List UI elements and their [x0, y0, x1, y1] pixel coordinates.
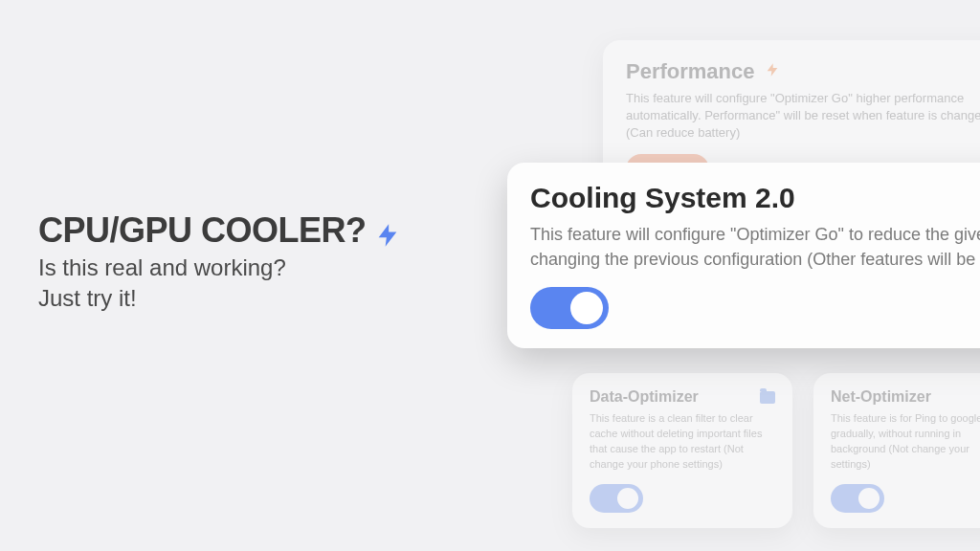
toggle-knob	[858, 488, 880, 509]
card-cooling: Cooling System 2.0 This feature will con…	[507, 163, 980, 348]
performance-title-row: Performance	[626, 59, 980, 84]
card-net-optimizer: Net-Optimizer This feature is for Ping t…	[813, 373, 980, 528]
folder-icon	[760, 391, 775, 404]
net-optimizer-desc: This feature is for Ping to google gradu…	[831, 411, 980, 473]
toggle-knob	[570, 292, 603, 324]
cooling-toggle[interactable]	[530, 287, 609, 329]
data-optimizer-toggle[interactable]	[590, 484, 643, 513]
hero-headline: CPU/GPU COOLER?	[38, 210, 401, 251]
hero-subline-2: Just try it!	[38, 285, 401, 312]
cooling-desc: This feature will configure "Optimizer G…	[530, 222, 980, 272]
data-optimizer-title-row: Data-Optimizer	[590, 388, 775, 406]
bolt-icon	[374, 217, 401, 244]
performance-desc: This feature will configure "Optimizer G…	[626, 90, 980, 143]
data-optimizer-title: Data-Optimizer	[590, 388, 699, 406]
card-data-optimizer: Data-Optimizer This feature is a clean f…	[572, 373, 792, 528]
performance-title: Performance	[626, 59, 755, 84]
hero-subline-1: Is this real and working?	[38, 254, 401, 281]
net-optimizer-title-row: Net-Optimizer	[831, 388, 980, 406]
bolt-icon	[765, 62, 780, 82]
net-optimizer-toggle[interactable]	[831, 484, 884, 513]
cooling-title: Cooling System 2.0	[530, 182, 980, 214]
hero-section: CPU/GPU COOLER? Is this real and working…	[38, 210, 401, 312]
hero-headline-text: CPU/GPU COOLER?	[38, 210, 367, 251]
net-optimizer-title: Net-Optimizer	[831, 388, 931, 406]
data-optimizer-desc: This feature is a clean filter to clear …	[590, 411, 775, 473]
toggle-knob	[617, 488, 638, 509]
